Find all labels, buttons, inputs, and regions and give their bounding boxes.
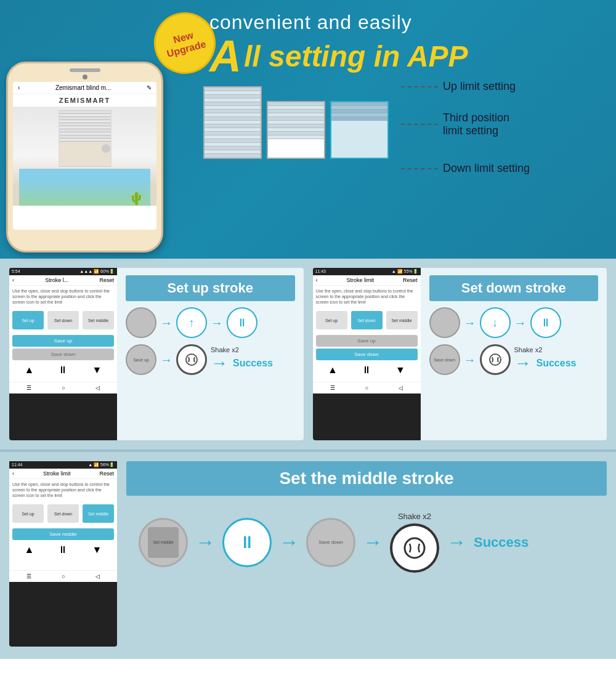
up-save-circle: Save up [126,344,156,375]
nav-menu-m[interactable]: ☰ [26,573,31,579]
mid-set-up-btn[interactable]: Set up [12,504,44,523]
blind-col-2 [267,101,325,159]
big-arrow2: → [279,531,299,554]
headline: convenient and easily A ll setting in AP… [209,11,610,78]
down-step2-circle: ↓ [480,307,511,338]
down-icon2[interactable]: ▼ [395,365,405,376]
up-success-row: Save up → Shake x2 → Success [126,344,295,375]
limit-labels: Up limit setting Third position limit se… [401,80,530,160]
pause-icon[interactable]: ⏸ [58,365,68,376]
up-steps-row1: → ↑ → ⏸ [126,307,295,338]
d-arrow1: → [464,316,476,330]
nav-home-d[interactable]: ○ [365,385,368,391]
up-step3-circle: ⏸ [227,307,257,338]
blind-col-3-highlighted [330,101,389,159]
down-steps-row1: → ↓ → ⏸ [429,307,599,338]
down-stroke-content: Set down stroke → ↓ → ⏸ Save down [421,268,607,440]
big-arrow1: → [195,531,215,554]
arrow2: → [211,316,223,330]
up-bottom-nav: ☰ ○ ◁ [9,382,117,393]
phone-window: 🌵 [19,169,150,206]
up-set-middle-btn[interactable]: Set middle [83,311,114,329]
svg-point-1 [490,354,501,365]
mid-set-down-btn[interactable]: Set down [47,504,79,523]
down-set-down-btn[interactable]: Set down [351,311,383,329]
mid-step1-inner: Set middle [148,527,179,558]
nav-back[interactable]: ◁ [95,385,100,391]
arrow1: → [160,316,172,330]
mid-down-icon[interactable]: ▼ [92,544,102,555]
up-save-btn[interactable]: Save up [12,335,114,347]
up-step1-circle [126,307,156,338]
svg-point-0 [186,354,197,365]
down-pause-step-icon: ⏸ [540,317,551,329]
phone-blind-image: 🌵 [13,107,156,206]
up-controls: ▲ ⏸ ▼ [9,362,117,378]
success-mid: Success [474,535,529,551]
shake-icon-mid [390,523,439,573]
down-stroke-title: Set down stroke [429,275,599,301]
up-phone-buttons: Set up Set down Set middle [9,307,117,333]
nav-home[interactable]: ○ [62,385,65,391]
down-phone-desc: Use the open, close and stop buttons to … [313,286,421,307]
mid-section: 5:54 ▲▲▲ 📶 60%🔋 ‹ Stroke l... Reset Use … [0,259,616,450]
up-phone-screen: ‹ Stroke l... Reset Use the open, close … [9,275,117,393]
down-pause-icon[interactable]: ⏸ [362,365,371,376]
mid-phone-statusbar: 11:44 ▲ 📶 56%🔋 [9,461,117,469]
nav-menu[interactable]: ☰ [26,385,31,391]
bottom-section: 11:44 ▲ 📶 56%🔋 ‹ Stroke limit Reset Use … [0,450,616,659]
up-arrow-icon: ↑ [189,317,195,329]
nav-back-d[interactable]: ◁ [399,385,403,391]
up-step2-circle: ↑ [176,307,207,338]
up-stroke-content: Set up stroke → ↑ → ⏸ Save up [117,268,304,440]
mid-pause-icon[interactable]: ⏸ [58,544,68,555]
down-up-icon[interactable]: ▲ [328,365,338,376]
phone-speaker [70,68,100,72]
phone-camera [83,75,87,79]
down-save-down-btn[interactable]: Save down [316,349,418,360]
big-arrow-up: → [211,353,228,373]
down-phone-buttons: Set up Set down Set middle [313,307,421,333]
svg-point-2 [405,538,424,558]
down-phone-statusbar: 11:43 ▲ 📶 55%🔋 [313,268,421,275]
down-save-up-btn: Save up [316,335,418,347]
up-limit-label: Up limit setting [401,80,530,93]
success-down: Success [537,358,577,369]
mid-step3-circle: Save down [306,518,355,567]
mid-set-middle-btn[interactable]: Set middle [83,504,114,523]
down-bottom-nav: ☰ ○ ◁ [313,382,421,393]
phone-screen: ‹ Zemismart blind m... ✎ ZEMISMART [13,82,156,230]
phone-app-title: Zemismart blind m... [55,84,111,91]
headline-line2: A ll setting in APP [209,34,610,78]
mid-save-middle-btn[interactable]: Save middle [12,528,114,540]
big-arrow3: → [363,531,383,554]
mid-phone-buttons: Set up Set down Set middle [9,501,117,527]
up-icon[interactable]: ▲ [25,365,34,376]
down-stroke-phone: 11:43 ▲ 📶 55%🔋 ‹ Stroke limit Reset Use … [313,268,421,440]
phone-mockup: ‹ Zemismart blind m... ✎ ZEMISMART [6,62,166,252]
up-phone-statusbar: 5:54 ▲▲▲ 📶 60%🔋 [9,268,117,275]
down-limit-label: Down limit setting [401,162,530,175]
mid-step2-circle: ⏸ [222,518,272,567]
up-set-down-btn[interactable]: Set down [47,311,79,329]
down-icon[interactable]: ▼ [92,365,102,376]
headline-line1: convenient and easily [209,11,610,34]
middle-stroke-phone: 11:44 ▲ 📶 56%🔋 ‹ Stroke limit Reset Use … [9,461,117,647]
down-arrow-icon: ↓ [492,317,498,329]
shake-x2-label-down: Shake x2 [514,346,543,353]
nav-menu-d[interactable]: ☰ [330,385,335,391]
arrow3: → [160,353,172,367]
blind-col-1 [203,86,262,159]
up-set-up-btn[interactable]: Set up [12,311,44,329]
up-stroke-title: Set up stroke [126,275,295,301]
mid-up-icon[interactable]: ▲ [25,544,34,555]
phone-outer: ‹ Zemismart blind m... ✎ ZEMISMART [6,62,163,252]
down-phone-screen: ‹ Stroke limit Reset Use the open, close… [313,275,421,393]
back-icon: ‹ [18,84,20,91]
down-set-up-btn[interactable]: Set up [316,311,347,329]
nav-home-m[interactable]: ○ [62,573,65,579]
down-set-middle-btn[interactable]: Set middle [386,311,418,329]
big-arrow-down: → [514,353,532,373]
nav-back-m[interactable]: ◁ [95,573,100,579]
headline-rest: ll setting in APP [244,39,468,73]
